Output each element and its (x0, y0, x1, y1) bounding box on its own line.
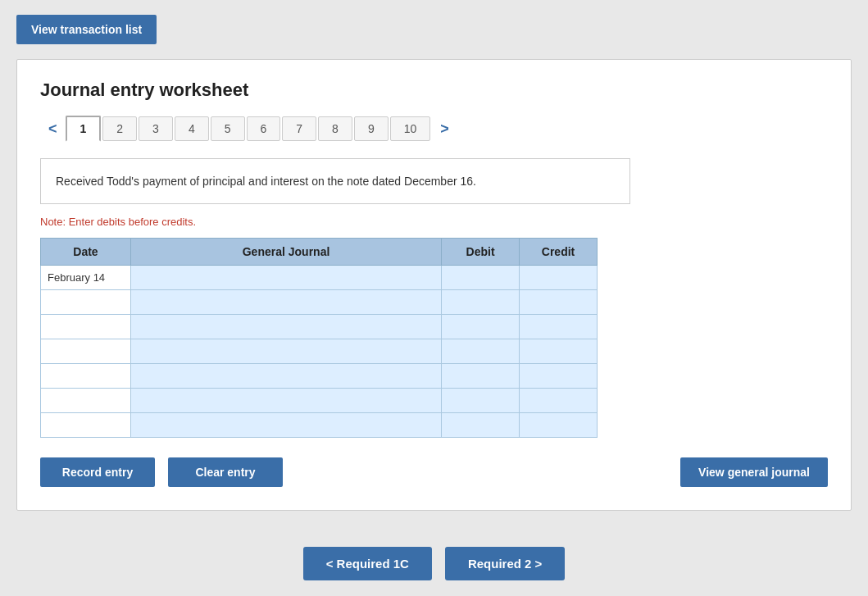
tab-7[interactable]: 7 (282, 116, 316, 141)
journal-input-3[interactable] (138, 321, 434, 334)
tab-1[interactable]: 1 (66, 116, 102, 142)
tab-4[interactable]: 4 (175, 116, 209, 141)
view-general-journal-button[interactable]: View general journal (680, 457, 828, 487)
actions-row: Record entry Clear entry View general jo… (40, 457, 828, 487)
cell-date-6 (41, 389, 131, 413)
description-text: Received Todd's payment of principal and… (56, 175, 476, 188)
debit-input-3[interactable] (448, 321, 512, 334)
cell-journal-6[interactable] (130, 389, 441, 413)
cell-debit-5[interactable] (442, 364, 520, 389)
cell-debit-1[interactable] (442, 266, 520, 290)
cell-credit-6[interactable] (520, 389, 598, 413)
credit-input-1[interactable] (526, 272, 590, 284)
cell-credit-4[interactable] (520, 339, 598, 364)
debit-input-1[interactable] (448, 272, 512, 284)
required-1c-button[interactable]: < Required 1C (303, 547, 432, 580)
col-header-debit: Debit (442, 239, 520, 266)
cell-date-5 (41, 364, 131, 389)
cell-credit-3[interactable] (520, 315, 598, 339)
tab-prev-button[interactable]: < (40, 117, 66, 141)
debit-input-5[interactable] (448, 371, 512, 383)
journal-input-2[interactable] (138, 297, 434, 309)
cell-journal-7[interactable] (130, 413, 441, 438)
cell-journal-5[interactable] (130, 364, 441, 389)
note-text: Note: Enter debits before credits. (40, 216, 828, 228)
journal-input-4[interactable] (138, 346, 434, 358)
top-bar: View transaction list (0, 0, 868, 59)
cell-date-1: February 14 (41, 266, 131, 290)
tab-6[interactable]: 6 (247, 116, 281, 141)
cell-debit-7[interactable] (442, 413, 520, 438)
cell-date-3 (41, 315, 131, 339)
debit-input-6[interactable] (448, 395, 512, 407)
cell-journal-3[interactable] (130, 315, 441, 339)
cell-debit-2[interactable] (442, 290, 520, 315)
tabs-row: < 1 2 3 4 5 6 7 8 9 10 > (40, 116, 828, 142)
table-row (41, 413, 598, 438)
tab-3[interactable]: 3 (139, 116, 173, 141)
cell-debit-4[interactable] (442, 339, 520, 364)
cell-date-4 (41, 339, 131, 364)
tab-10[interactable]: 10 (390, 116, 431, 141)
journal-table: Date General Journal Debit Credit Februa… (40, 238, 598, 438)
cell-credit-5[interactable] (520, 364, 598, 389)
cell-debit-6[interactable] (442, 389, 520, 413)
table-row (41, 315, 598, 339)
debit-input-4[interactable] (448, 346, 512, 358)
cell-journal-4[interactable] (130, 339, 441, 364)
journal-input-5[interactable] (138, 371, 434, 383)
table-row (41, 364, 598, 389)
tab-5[interactable]: 5 (211, 116, 245, 141)
cell-journal-1[interactable] (130, 266, 441, 290)
cell-date-2 (41, 290, 131, 315)
main-container: Journal entry worksheet < 1 2 3 4 5 6 7 … (16, 59, 852, 511)
credit-input-4[interactable] (526, 346, 590, 358)
bottom-nav: < Required 1C Required 2 > (0, 527, 868, 594)
cell-credit-7[interactable] (520, 413, 598, 438)
tab-9[interactable]: 9 (354, 116, 389, 141)
col-header-general-journal: General Journal (130, 239, 441, 266)
cell-credit-2[interactable] (520, 290, 598, 315)
description-box: Received Todd's payment of principal and… (40, 158, 630, 204)
credit-input-6[interactable] (526, 395, 590, 407)
credit-input-2[interactable] (526, 297, 590, 309)
record-entry-button[interactable]: Record entry (40, 457, 155, 487)
required-2-button[interactable]: Required 2 > (445, 547, 565, 580)
cell-journal-2[interactable] (130, 290, 441, 315)
tab-2[interactable]: 2 (102, 116, 137, 141)
debit-input-2[interactable] (448, 297, 512, 309)
tab-next-button[interactable]: > (432, 117, 457, 141)
col-header-date: Date (41, 239, 131, 266)
credit-input-3[interactable] (526, 321, 590, 334)
table-row: February 14 (41, 266, 598, 290)
clear-entry-button[interactable]: Clear entry (168, 457, 283, 487)
debit-input-7[interactable] (448, 420, 512, 432)
cell-debit-3[interactable] (442, 315, 520, 339)
worksheet-title: Journal entry worksheet (40, 80, 828, 101)
tab-8[interactable]: 8 (318, 116, 352, 141)
col-header-credit: Credit (520, 239, 598, 266)
cell-date-7 (41, 413, 131, 438)
table-row (41, 290, 598, 315)
journal-input-7[interactable] (138, 420, 434, 432)
credit-input-5[interactable] (526, 371, 590, 383)
table-row (41, 339, 598, 364)
cell-credit-1[interactable] (520, 266, 598, 290)
table-row (41, 389, 598, 413)
view-transactions-button[interactable]: View transaction list (16, 15, 157, 44)
journal-input-1[interactable] (138, 272, 434, 284)
journal-input-6[interactable] (138, 395, 434, 407)
credit-input-7[interactable] (526, 420, 590, 432)
